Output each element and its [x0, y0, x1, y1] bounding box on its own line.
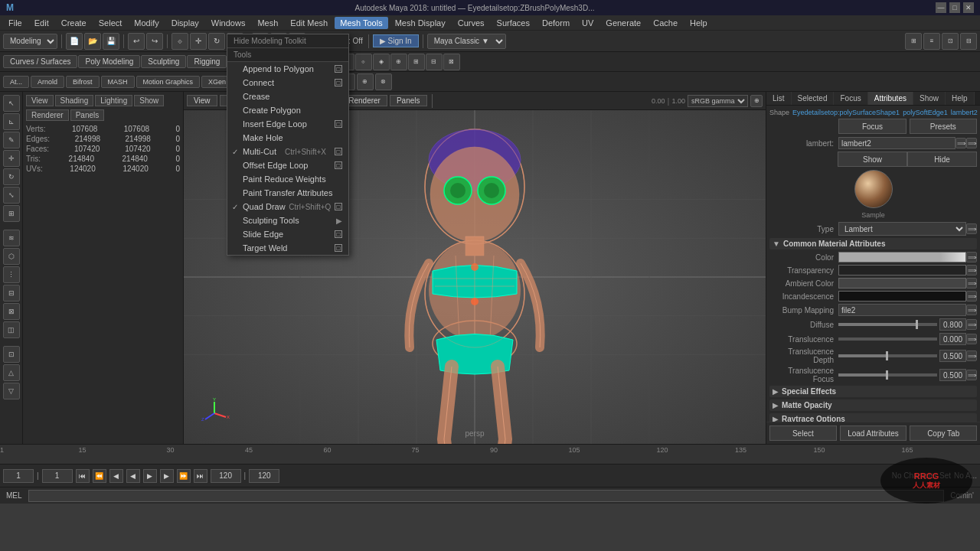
target-weld-opt[interactable]: □ — [335, 244, 342, 252]
load-attributes-button[interactable]: Load Attributes — [840, 425, 907, 441]
rp-tab-selected[interactable]: Selected — [792, 92, 835, 105]
redo-btn[interactable]: ↪ — [146, 33, 163, 50]
undo-btn[interactable]: ↩ — [128, 33, 145, 50]
select-btn[interactable]: ⟐ — [172, 33, 188, 50]
tool14[interactable]: △ — [3, 364, 20, 381]
poly-tool-8[interactable]: ⊞ — [408, 54, 425, 70]
menu-deform[interactable]: Deform — [537, 17, 575, 29]
slide-edge-opt[interactable]: □ — [335, 230, 342, 238]
menu-item-multi-cut[interactable]: Multi-Cut Ctrl+Shift+X □ — [227, 145, 348, 158]
move-tool-btn[interactable]: ✛ — [3, 150, 20, 167]
select-tool-btn[interactable]: ↖ — [3, 95, 20, 112]
offset-edge-opt[interactable]: □ — [335, 161, 342, 169]
insert-edge-opt[interactable]: □ — [335, 120, 342, 128]
prev-frame-btn[interactable]: ⏪ — [93, 469, 106, 483]
open-btn[interactable]: 📂 — [84, 33, 101, 50]
menu-uv[interactable]: UV — [577, 17, 599, 29]
lambert-map-btn2[interactable]: ⟹ — [966, 138, 977, 148]
toolbar-icon-3[interactable]: ⊡ — [942, 33, 959, 50]
menu-modify[interactable]: Modify — [129, 17, 164, 29]
rp-tab-list[interactable]: List — [766, 92, 792, 105]
toolbar-icon-1[interactable]: ⊞ — [905, 33, 922, 50]
module-tool-6[interactable]: ⊗ — [375, 73, 392, 90]
maya-classic-dropdown[interactable]: Maya Classic ▼ — [427, 34, 506, 49]
diffuse-slider[interactable] — [838, 323, 937, 326]
menu-display[interactable]: Display — [166, 17, 204, 29]
universal-tool-btn[interactable]: ⊞ — [3, 205, 20, 222]
menu-item-append[interactable]: Append to Polygon □ — [227, 62, 348, 76]
hide-modeling-toolkit[interactable]: Hide Modeling Toolkit — [227, 34, 348, 48]
info-tab-lighting[interactable]: Lighting — [95, 95, 132, 106]
rotate-btn[interactable]: ↻ — [208, 33, 225, 50]
color-map-btn[interactable]: ⟹ — [966, 252, 977, 262]
menu-item-target-weld[interactable]: Target Weld □ — [227, 241, 348, 255]
bump-mapping-input[interactable] — [838, 304, 966, 316]
menu-item-insert-edge-loop[interactable]: Insert Edge Loop □ — [227, 117, 348, 131]
node2-label[interactable]: polySoftEdge1 — [903, 109, 948, 116]
tab-poly-modeling[interactable]: Poly Modeling — [78, 55, 140, 68]
save-btn[interactable]: 💾 — [103, 33, 119, 50]
toolbar-icon-2[interactable]: ≡ — [923, 33, 940, 50]
vp-tab-panels[interactable]: Panels — [390, 95, 427, 106]
scale-tool-btn[interactable]: ⤡ — [3, 187, 20, 204]
tf-map-btn[interactable]: ⟹ — [966, 370, 977, 380]
multi-cut-opt[interactable]: □ — [335, 148, 342, 155]
next-frame-btn[interactable]: ⏩ — [177, 469, 191, 483]
color-settings-btn[interactable]: ⊕ — [750, 95, 763, 107]
menu-select[interactable]: Select — [93, 17, 128, 29]
menu-item-create-polygon[interactable]: Create Polygon — [227, 103, 348, 117]
toolbar-icon-4[interactable]: ⊟ — [960, 33, 977, 50]
paint-tool-btn[interactable]: ✎ — [3, 132, 20, 148]
type-map-btn[interactable]: ⟹ — [966, 223, 977, 234]
menu-item-connect[interactable]: Connect □ — [227, 76, 348, 90]
lambert-input[interactable] — [838, 137, 956, 149]
poly-tool-6[interactable]: ◈ — [373, 54, 390, 70]
append-opt[interactable]: □ — [335, 65, 342, 73]
range-start-input[interactable] — [42, 469, 73, 483]
bump-map-btn[interactable]: ⟹ — [966, 305, 977, 315]
lambert-map-btn[interactable]: ⟹ — [956, 138, 966, 148]
tool10[interactable]: ⊟ — [3, 285, 20, 302]
module-at[interactable]: At... — [3, 76, 29, 88]
vp-tab-view[interactable]: View — [187, 95, 217, 106]
menu-item-offset-edge-loop[interactable]: Offset Edge Loop □ — [227, 158, 348, 172]
ambient-color-swatch[interactable] — [838, 278, 966, 289]
module-bifrost[interactable]: Bifrost — [66, 76, 100, 88]
play-forward-btn[interactable]: ▶ — [143, 469, 157, 483]
select-button[interactable]: Select — [769, 425, 837, 441]
translucence-map-btn[interactable]: ⟹ — [966, 334, 977, 344]
rotate-tool-btn[interactable]: ↻ — [3, 168, 20, 185]
menu-item-paint-reduce[interactable]: Paint Reduce Weights — [227, 172, 348, 186]
close-button[interactable]: ✕ — [963, 2, 974, 13]
poly-tool-5[interactable]: ⟐ — [355, 54, 372, 70]
menu-create[interactable]: Create — [56, 17, 92, 29]
menu-windows[interactable]: Windows — [206, 17, 251, 29]
tool11[interactable]: ⊠ — [3, 303, 20, 320]
translucence-focus-slider[interactable] — [838, 373, 937, 377]
menu-item-paint-transfer[interactable]: Paint Transfer Attributes — [227, 186, 348, 200]
menu-item-quad-draw[interactable]: Quad Draw Ctrl+Shift+Q □ — [227, 200, 348, 214]
menu-generate[interactable]: Generate — [600, 17, 646, 29]
go-to-end-btn[interactable]: ⏭ — [194, 469, 207, 483]
menu-mesh-tools[interactable]: Mesh Tools — [335, 17, 387, 29]
info-tab-view[interactable]: View — [26, 95, 54, 106]
prev-key-btn[interactable]: ◀ — [109, 469, 123, 483]
focus-button[interactable]: Focus — [838, 119, 906, 134]
translucence-depth-slider[interactable] — [838, 354, 937, 357]
module-arnold[interactable]: Arnold — [31, 76, 64, 88]
poly-tool-9[interactable]: ⊟ — [426, 54, 443, 70]
presets-button[interactable]: Presets — [910, 119, 977, 134]
matte-opacity-section[interactable]: ▶ Matte Opacity — [769, 399, 977, 411]
module-motion-graphics[interactable]: Motion Graphics — [136, 76, 201, 88]
diffuse-map-btn[interactable]: ⟹ — [966, 319, 977, 330]
new-scene-btn[interactable]: 📄 — [66, 33, 83, 50]
transparency-swatch[interactable] — [838, 265, 966, 276]
diffuse-value[interactable] — [939, 318, 966, 331]
menu-edit[interactable]: Edit — [29, 17, 54, 29]
playback-end-input[interactable] — [249, 469, 279, 483]
poly-tool-10[interactable]: ⊠ — [443, 54, 460, 70]
lasso-tool-btn[interactable]: ⊾ — [3, 113, 20, 130]
tool15[interactable]: ▽ — [3, 383, 20, 399]
tool13[interactable]: ⊡ — [3, 346, 20, 363]
menu-mesh[interactable]: Mesh — [252, 17, 283, 29]
